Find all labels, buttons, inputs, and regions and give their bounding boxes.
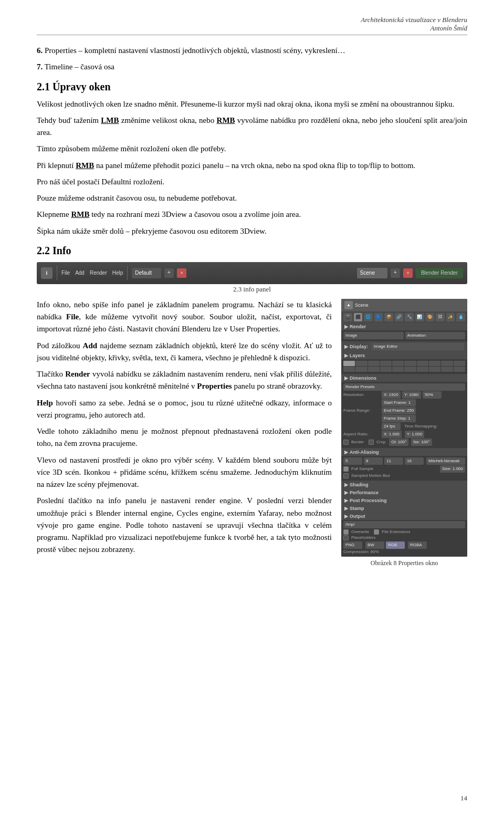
menu-help[interactable]: Help xyxy=(112,270,123,276)
display-section-header[interactable]: ▶ Display: Image Editor xyxy=(341,342,467,351)
menu-render[interactable]: Render xyxy=(90,270,107,276)
layer-7[interactable] xyxy=(417,361,428,366)
aspect-label: Aspect Ratio: xyxy=(343,432,380,436)
layer-17[interactable] xyxy=(417,367,428,372)
file-ext-checkbox[interactable] xyxy=(374,529,379,535)
border-checkbox[interactable] xyxy=(343,440,349,445)
aspect-x-field[interactable]: X: 1.000 xyxy=(382,431,402,438)
section-7-num: 7. xyxy=(37,62,43,71)
data-icon[interactable]: 📊 xyxy=(415,313,424,321)
ne-field[interactable]: Ne: 100° xyxy=(411,439,432,446)
bw-field[interactable]: BW xyxy=(365,541,384,549)
aa-8-btn[interactable]: 8 xyxy=(364,457,383,465)
frame-range-row: Frame Range: Start Frame: 1 End Frame: 2… xyxy=(343,399,465,422)
end-frame-field[interactable]: End Frame: 250 xyxy=(382,407,416,414)
layer-19[interactable] xyxy=(441,367,453,372)
menu-add[interactable]: Add xyxy=(75,270,85,276)
scene-selector[interactable]: Scene xyxy=(357,268,387,278)
add-scene-button[interactable]: + xyxy=(391,268,400,278)
modifier-icon[interactable]: 🔧 xyxy=(405,313,414,321)
layer-5[interactable] xyxy=(392,361,404,366)
post-processing-header[interactable]: ▶ Post Processing xyxy=(341,497,467,504)
full-sample-checkbox[interactable] xyxy=(343,466,349,472)
motion-blur-label: Sampled Motion Blur xyxy=(351,473,390,478)
layer-4[interactable] xyxy=(380,361,392,366)
layer-9[interactable] xyxy=(441,361,453,366)
layer-20[interactable] xyxy=(454,367,465,372)
output-path-field[interactable]: /tmp/ xyxy=(343,521,465,528)
res-x-field[interactable]: X: 1920 xyxy=(382,391,401,399)
rgb-field[interactable]: RGB xyxy=(386,541,405,549)
layer-6[interactable] xyxy=(404,361,416,366)
constraint-icon[interactable]: 🔗 xyxy=(395,313,404,321)
layer-15[interactable] xyxy=(392,367,404,372)
fps-row: 24 fps Time Remapping: xyxy=(343,423,465,430)
overwrite-checkbox[interactable] xyxy=(343,529,349,535)
layer-11[interactable] xyxy=(343,367,355,372)
res-y-field[interactable]: Y: 1080 xyxy=(402,391,421,399)
world-icon[interactable]: 🔵 xyxy=(374,313,383,321)
crop-checkbox[interactable] xyxy=(369,440,374,445)
layer-3[interactable] xyxy=(368,361,380,366)
placeholders-checkbox[interactable] xyxy=(343,535,349,540)
p6: Vlevo od nastavení prostředí je okno pro… xyxy=(37,454,332,491)
dimensions-section-header[interactable]: ▶ Dimensions xyxy=(341,374,467,382)
render-label: Render xyxy=(65,370,90,378)
layer-16[interactable] xyxy=(404,367,416,372)
scene-props-icon[interactable]: 🌐 xyxy=(364,313,373,321)
layer-12[interactable] xyxy=(355,367,367,372)
fps-field[interactable]: 24 fps xyxy=(382,423,401,430)
render-engine-selector[interactable]: Blender Render xyxy=(416,268,463,278)
info-bar-right: Scene + × Blender Render xyxy=(357,268,463,278)
render-presets-field[interactable]: Render Presets xyxy=(343,383,465,391)
remove-scene-button[interactable]: × xyxy=(403,268,413,278)
camera-icon[interactable]: 🎬 xyxy=(343,313,352,321)
layout-dropdown[interactable]: Default xyxy=(132,268,161,278)
rgba-field[interactable]: RGBA xyxy=(408,541,427,549)
texture-icon[interactable]: 🖼 xyxy=(436,313,445,321)
object-icon[interactable]: 📦 xyxy=(384,313,393,321)
dimensions-label: Dimensions xyxy=(350,376,376,381)
aa-header[interactable]: ▶ Anti-Aliasing xyxy=(341,449,467,456)
stamp-header[interactable]: ▶ Stamp xyxy=(341,505,467,512)
aa-11-btn[interactable]: 11 xyxy=(384,457,403,465)
layer-8[interactable] xyxy=(429,361,440,366)
render-icon[interactable]: ⬛ xyxy=(354,313,363,321)
frame-range-label: Frame Range: xyxy=(343,408,380,413)
aa-filter-field[interactable]: Mitchell-Neravali xyxy=(426,457,465,465)
add-layout-button[interactable]: + xyxy=(164,268,174,278)
layer-18[interactable] xyxy=(429,367,440,372)
menu-file[interactable]: File xyxy=(61,270,70,276)
layer-10[interactable] xyxy=(454,361,465,366)
png-field[interactable]: PNG xyxy=(343,541,362,549)
ol-field[interactable]: Ol: 100° xyxy=(389,439,408,446)
layer-1[interactable] xyxy=(343,361,355,366)
layers-section-header[interactable]: ▶ Layers xyxy=(341,352,467,359)
aa-16-btn[interactable]: 16 xyxy=(405,457,424,465)
material-icon[interactable]: 🎨 xyxy=(426,313,435,321)
aspect-y-field[interactable]: Y: 1.000 xyxy=(405,431,424,438)
size-field[interactable]: Size: 1.000 xyxy=(440,465,465,473)
layer-2[interactable] xyxy=(355,361,367,366)
section-7-label: Timeline – časová osa xyxy=(45,62,114,71)
layer-14[interactable] xyxy=(380,367,392,372)
frame-step-field[interactable]: Frame Step: 1 xyxy=(382,415,416,422)
layer-13[interactable] xyxy=(368,367,380,372)
render-image-field[interactable]: Image xyxy=(343,332,404,339)
image-editor-field[interactable]: Image Editor xyxy=(372,343,464,350)
performance-header[interactable]: ▶ Performance xyxy=(341,489,467,496)
full-sample-label: Full Sample xyxy=(351,466,373,471)
render-anim-field[interactable]: Animation xyxy=(405,332,466,339)
start-frame-field[interactable]: Start Frame: 1 xyxy=(382,399,416,407)
render-section-header[interactable]: ▶ Render xyxy=(341,323,467,330)
section-2-1-p1: Velikost jednotlivých oken lze snadno mě… xyxy=(37,98,467,110)
remove-layout-button[interactable]: × xyxy=(177,268,186,278)
particle-icon[interactable]: ✨ xyxy=(446,313,455,321)
res-pct-field[interactable]: 50% xyxy=(423,391,442,399)
shading-header[interactable]: ▶ Shading xyxy=(341,481,467,488)
physics-icon[interactable]: 💧 xyxy=(456,313,465,321)
output-header[interactable]: ▶ Output xyxy=(341,513,467,520)
display-section-label: Display: xyxy=(350,344,368,349)
motion-blur-checkbox[interactable] xyxy=(343,473,349,478)
aa-5-btn[interactable]: 5 xyxy=(343,457,362,465)
